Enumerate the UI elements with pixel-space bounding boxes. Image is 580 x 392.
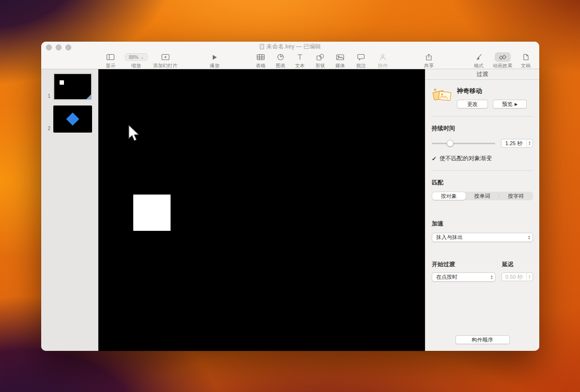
document-page-icon <box>518 52 533 62</box>
zoom-value: 88% <box>129 55 139 60</box>
keynote-window: 未命名.key — 已编辑 显示 88%⌄ 缩放 <box>41 42 539 351</box>
transition-badge <box>86 94 91 99</box>
slide2-blue-diamond <box>66 113 79 126</box>
toolbar-play-button[interactable]: 播放 <box>208 52 221 69</box>
white-square-shape[interactable] <box>133 195 171 231</box>
delay-value: 0.50 秒 <box>502 273 526 281</box>
window-title: 未命名.key — 已编辑 <box>266 43 321 51</box>
desktop: { "window": { "title": "未命名.key — 已编辑" }… <box>0 0 580 392</box>
effect-name: 神奇移动 <box>457 87 533 95</box>
start-transition-select[interactable]: 在点按时 ▲▼ <box>432 272 496 282</box>
match-by-object-segment[interactable]: 按对象 <box>432 192 466 200</box>
toolbar: 显示 88%⌄ 缩放 添加幻灯片 播放 <box>41 52 539 69</box>
match-by-character-segment[interactable]: 按字符 <box>499 192 533 200</box>
magic-move-icon <box>432 86 457 105</box>
slide1-white-square <box>60 80 64 85</box>
window-content: 1 2 过渡 <box>41 69 539 351</box>
share-icon <box>422 52 437 62</box>
toolbar-label: 共享 <box>424 62 434 69</box>
media-icon <box>332 52 348 62</box>
toolbar-text-button[interactable]: 文本 <box>293 52 307 69</box>
acceleration-select[interactable]: 抹入与抹出 ▲▼ <box>432 233 533 242</box>
slide-thumbnail-1[interactable] <box>53 73 92 100</box>
toolbar-animate-button[interactable]: 动画效果 <box>493 52 512 69</box>
duration-slider[interactable] <box>432 140 495 147</box>
effect-section: 神奇移动 更改 预览▶ <box>432 86 533 108</box>
delay-stepper[interactable]: 0.50 秒 ▲▼ <box>502 272 533 281</box>
toolbar-comment-button[interactable]: 批注 <box>353 52 369 69</box>
toolbar-label: 文本 <box>295 62 305 69</box>
view-icon <box>103 52 119 62</box>
checkmark-icon: ✓ <box>432 155 437 162</box>
toolbar-document-button[interactable]: 文稿 <box>518 52 533 69</box>
acceleration-label: 加速 <box>432 220 533 228</box>
slider-thumb[interactable] <box>447 140 454 147</box>
duration-row: 1.25 秒 ▲▼ <box>432 139 533 148</box>
fade-unmatched-label: 使不匹配的对象渐变 <box>439 154 492 163</box>
delay-label: 延迟 <box>502 260 514 269</box>
zoom-dropdown[interactable]: 88%⌄ <box>125 52 148 62</box>
toolbar-chart-button[interactable]: 图表 <box>273 52 288 69</box>
build-order-button[interactable]: 构件顺序 <box>455 335 510 344</box>
shape-icon <box>313 52 328 62</box>
start-transition-label: 开始过渡 <box>432 260 502 269</box>
slider-track <box>432 143 495 144</box>
preview-button[interactable]: 预览▶ <box>493 100 527 108</box>
toolbar-label: 协作 <box>378 62 388 69</box>
change-effect-button[interactable]: 更改 <box>457 100 488 108</box>
inspector-content: 神奇移动 更改 预览▶ 持续时间 1.25 秒 <box>425 80 539 282</box>
duration-label: 持续时间 <box>432 124 533 133</box>
slide-navigator: 1 2 <box>41 69 98 351</box>
toolbar-label: 表格 <box>256 62 266 69</box>
inspector-tab-title: 过渡 <box>425 69 539 80</box>
slide-thumbnail-2[interactable] <box>53 106 92 133</box>
toolbar-add-slide-button[interactable]: 添加幻灯片 <box>153 52 177 69</box>
format-brush-icon <box>471 52 486 62</box>
transition-inspector: 过渡 神奇移动 更改 预览▶ <box>425 69 539 351</box>
toolbar-share-button[interactable]: 共享 <box>422 52 437 69</box>
traffic-lights <box>46 45 71 50</box>
stepper-arrows-icon[interactable]: ▲▼ <box>526 139 533 147</box>
slide-number: 2 <box>41 126 53 133</box>
comment-icon <box>353 52 369 62</box>
toolbar-label: 动画效果 <box>493 62 512 69</box>
toolbar-table-button[interactable]: 表格 <box>253 52 269 69</box>
toolbar-format-button[interactable]: 格式 <box>471 52 486 69</box>
mouse-cursor <box>128 124 141 144</box>
zoom-window-button[interactable] <box>65 45 71 50</box>
toolbar-collaborate-button[interactable]: 协作 <box>375 52 391 69</box>
slide-canvas[interactable] <box>98 69 425 351</box>
play-icon <box>208 52 221 62</box>
toolbar-label: 缩放 <box>131 62 141 69</box>
select-arrows-icon: ▲▼ <box>526 235 533 240</box>
toolbar-label: 形状 <box>315 62 325 69</box>
match-by-word-segment[interactable]: 按单词 <box>466 192 499 200</box>
select-arrows-icon: ▲▼ <box>488 275 495 280</box>
toolbar-label: 批注 <box>356 62 366 69</box>
slide-thumbnail-row: 2 <box>41 106 98 133</box>
divider <box>432 170 533 171</box>
add-slide-icon <box>157 52 173 62</box>
close-button[interactable] <box>46 45 52 50</box>
slide-thumbnail-row: 1 <box>41 73 98 100</box>
duration-stepper[interactable]: 1.25 秒 ▲▼ <box>501 139 533 148</box>
match-label: 匹配 <box>432 179 533 187</box>
start-transition-value: 在点按时 <box>432 273 488 281</box>
fade-unmatched-checkbox[interactable]: ✓ 使不匹配的对象渐变 <box>432 154 533 163</box>
document-icon <box>260 44 264 49</box>
slide-number: 1 <box>41 93 53 100</box>
toolbar-label: 媒体 <box>335 62 345 69</box>
toolbar-view-button[interactable]: 显示 <box>103 52 119 69</box>
toolbar-media-button[interactable]: 媒体 <box>332 52 348 69</box>
divider <box>432 116 533 117</box>
table-icon <box>253 52 269 62</box>
chart-icon <box>273 52 288 62</box>
acceleration-value: 抹入与抹出 <box>432 234 526 241</box>
toolbar-zoom-control[interactable]: 88%⌄ 缩放 <box>125 52 148 69</box>
text-icon <box>293 52 307 62</box>
minimize-button[interactable] <box>56 45 62 50</box>
toolbar-shape-button[interactable]: 形状 <box>313 52 328 69</box>
animate-icon <box>495 52 511 62</box>
window-chrome: 未命名.key — 已编辑 显示 88%⌄ 缩放 <box>41 42 539 69</box>
toolbar-label: 文稿 <box>521 62 531 69</box>
